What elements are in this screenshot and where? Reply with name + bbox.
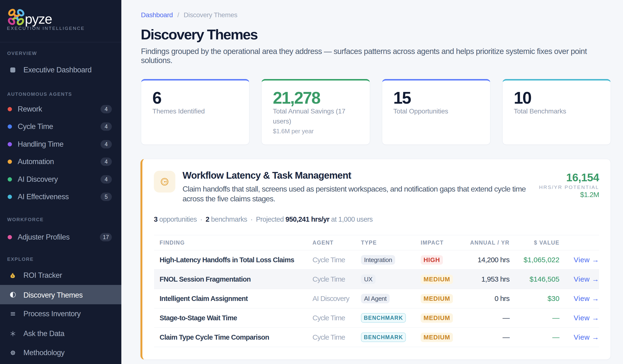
svg-text:$: $ [12,275,14,278]
